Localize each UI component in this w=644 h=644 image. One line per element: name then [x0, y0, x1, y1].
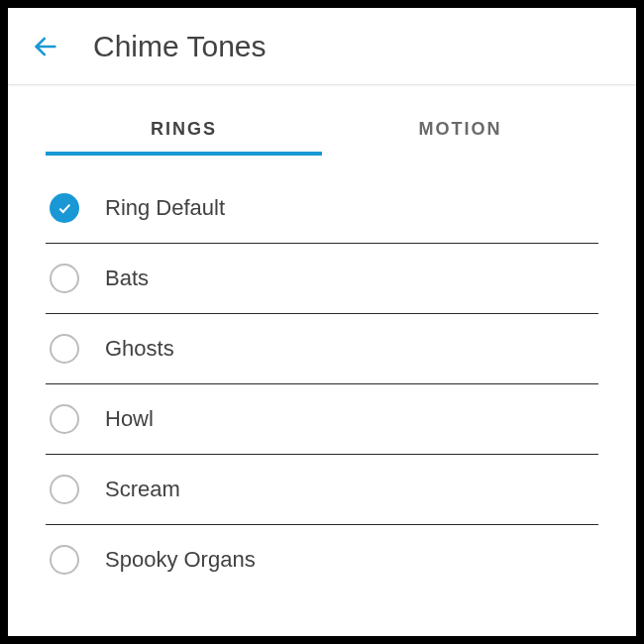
tone-label: Bats [105, 266, 149, 291]
tab-motion[interactable]: MOTION [322, 99, 598, 156]
tone-label: Spooky Organs [105, 547, 256, 573]
tone-list: Ring Default Bats Ghosts Howl Scream Spo… [46, 173, 598, 594]
radio-unselected-icon [50, 334, 79, 364]
tone-label: Scream [105, 477, 180, 502]
tabs: RINGS MOTION [46, 99, 598, 156]
tone-option[interactable]: Ring Default [46, 173, 598, 244]
tone-label: Howl [105, 406, 154, 432]
back-button[interactable] [26, 27, 65, 66]
tone-option[interactable]: Spooky Organs [46, 525, 598, 594]
tone-label: Ring Default [105, 195, 225, 221]
tone-option[interactable]: Howl [46, 384, 598, 455]
tone-option[interactable]: Scream [46, 455, 598, 525]
arrow-left-icon [32, 33, 59, 60]
tone-label: Ghosts [105, 336, 174, 362]
tone-option[interactable]: Bats [46, 244, 598, 314]
header: Chime Tones [8, 8, 636, 85]
radio-unselected-icon [50, 404, 79, 434]
radio-unselected-icon [50, 545, 79, 575]
tone-option[interactable]: Ghosts [46, 314, 598, 384]
radio-unselected-icon [50, 475, 79, 504]
radio-unselected-icon [50, 264, 79, 293]
tab-rings[interactable]: RINGS [46, 99, 322, 156]
app-frame: Chime Tones RINGS MOTION Ring Default Ba… [0, 0, 644, 644]
content: RINGS MOTION Ring Default Bats Ghosts Ho… [8, 85, 636, 594]
page-title: Chime Tones [93, 30, 267, 63]
radio-selected-icon [50, 193, 79, 223]
